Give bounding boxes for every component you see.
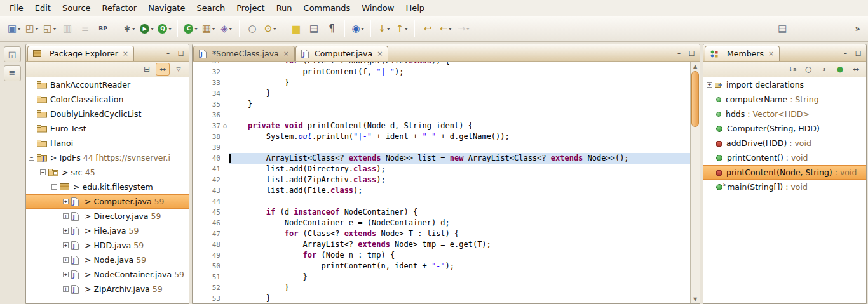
- tree-item-doublylinkedcycliclist[interactable]: DoublyLinkedCyclicList: [26, 107, 189, 121]
- tree-item-ipdfs[interactable]: −J> IpdFs 44 [https://svnserver.i: [26, 150, 189, 165]
- code-line-31[interactable]: 31 for (File f : hdd.get(File.class)) {: [193, 62, 690, 67]
- tree-item-computer-java[interactable]: +J> Computer.java 59: [26, 194, 189, 209]
- new-wizard-icon[interactable]: ▣▾: [6, 20, 22, 37]
- web-browser-icon[interactable]: ◉▾: [349, 20, 366, 37]
- expand-icon[interactable]: +: [63, 213, 69, 219]
- expand-icon[interactable]: +: [707, 82, 712, 88]
- tree-item-hdd-java[interactable]: +J> HDD.java 59: [26, 238, 189, 253]
- restore-fast-view-icon[interactable]: ◱: [4, 46, 21, 62]
- editor-tab--someclass-java[interactable]: J*SomeClass.java×: [193, 46, 295, 61]
- code-line-41[interactable]: 41 list.add(Directory.class);: [193, 164, 690, 175]
- code-line-45[interactable]: 45 if (d instanceof NodeContainer) {: [193, 207, 690, 218]
- code-line-43[interactable]: 43 list.add(File.class);: [193, 185, 690, 196]
- menu-source[interactable]: Source: [57, 1, 97, 15]
- sort-members-icon[interactable]: ↓a: [785, 63, 799, 76]
- build-icon[interactable]: BP: [95, 20, 111, 37]
- tree-item-euro-test[interactable]: Euro-Test: [26, 121, 189, 136]
- fold-collapse-icon[interactable]: ⊖: [220, 121, 229, 131]
- collapse-icon[interactable]: −: [29, 155, 34, 161]
- code-line-33[interactable]: 33 }: [193, 77, 690, 88]
- member-import-declarations[interactable]: +import declarations: [703, 77, 866, 92]
- show-whitespace-icon[interactable]: ¶: [323, 20, 340, 37]
- menu-edit[interactable]: Edit: [29, 1, 57, 15]
- view-menu-icon[interactable]: ▽: [172, 63, 186, 76]
- minimize-icon[interactable]: –: [840, 48, 851, 58]
- link-with-editor-icon[interactable]: ↔: [849, 63, 863, 76]
- code-line-36[interactable]: 36: [193, 110, 690, 121]
- tree-item-nodecontainer-java[interactable]: +J> NodeContainer.java 59: [26, 267, 189, 282]
- code-line-47[interactable]: 47 for (Class<? extends Node> T : list) …: [193, 228, 690, 239]
- back-icon[interactable]: ←▾: [437, 20, 454, 37]
- fast-view-editor-icon[interactable]: ≣: [4, 65, 21, 81]
- code-line-44[interactable]: 44: [193, 196, 690, 207]
- close-icon[interactable]: ×: [768, 50, 774, 58]
- new-package-icon[interactable]: ▦▾: [200, 20, 217, 37]
- code-line-53[interactable]: 53 }: [193, 293, 690, 303]
- code-line-51[interactable]: 51 }: [193, 272, 690, 282]
- collapse-icon[interactable]: −: [51, 184, 57, 190]
- menu-commands[interactable]: Commands: [298, 1, 356, 15]
- scrollbar-up-icon[interactable]: ▲: [691, 62, 700, 70]
- code-line-37[interactable]: 37⊖ private void printContent(Node d, St…: [193, 121, 690, 131]
- search-icon[interactable]: ⊙▾: [262, 20, 278, 37]
- tree-item-node-java[interactable]: +J> Node.java 59: [26, 253, 189, 267]
- scrollbar-down-icon[interactable]: ▼: [691, 294, 700, 303]
- maximize-icon[interactable]: □: [175, 48, 186, 58]
- code-line-40[interactable]: 40 ArrayList<Class<? extends Node>> list…: [193, 153, 690, 164]
- scrollbar-thumb[interactable]: [691, 71, 699, 127]
- menu-search[interactable]: Search: [191, 1, 231, 15]
- expand-icon[interactable]: +: [63, 272, 69, 277]
- code-line-46[interactable]: 46 NodeContainer e = (NodeContainer) d;: [193, 218, 690, 228]
- close-icon[interactable]: ×: [123, 50, 128, 58]
- mark-occurrences-icon[interactable]: ▆: [288, 20, 304, 37]
- code-line-48[interactable]: 48 ArrayList<? extends Node> tmp = e.get…: [193, 239, 690, 250]
- collapse-icon[interactable]: −: [40, 169, 46, 175]
- expand-icon[interactable]: +: [63, 286, 69, 292]
- menu-window[interactable]: Window: [356, 1, 400, 15]
- menu-run[interactable]: Run: [271, 1, 298, 15]
- code-line-38[interactable]: 38 System.out.println("|-" + ident + " "…: [193, 131, 690, 142]
- maximize-icon[interactable]: □: [686, 48, 697, 58]
- open-project-icon[interactable]: ◱▾: [41, 20, 58, 37]
- expand-icon[interactable]: +: [63, 257, 69, 263]
- member-printcontent-node-string[interactable]: printContent(Node, String) : void: [703, 165, 866, 180]
- hide-static-icon[interactable]: s: [817, 63, 831, 76]
- editor-tab-computer-java[interactable]: JComputer.java×: [295, 46, 388, 61]
- code-line-34[interactable]: 34 }: [193, 88, 690, 99]
- tab-package-explorer[interactable]: Package Explorer ×: [27, 46, 134, 61]
- tab-members[interactable]: Members ×: [705, 46, 780, 61]
- close-icon[interactable]: ×: [283, 50, 289, 58]
- tree-item-src[interactable]: −> src 45: [26, 165, 189, 180]
- run-icon[interactable]: Q▾: [156, 20, 173, 37]
- menu-help[interactable]: Help: [400, 1, 430, 15]
- minimize-icon[interactable]: –: [163, 48, 173, 58]
- menu-file[interactable]: File: [4, 1, 29, 15]
- member-computer-string-hdd[interactable]: Computer(String, HDD): [703, 121, 866, 136]
- menu-navigate[interactable]: Navigate: [142, 1, 191, 15]
- code-line-52[interactable]: 52 }: [193, 282, 690, 293]
- code-line-42[interactable]: 42 list.add(ZipArchiv.class);: [193, 175, 690, 185]
- tree-item-ziparchiv-java[interactable]: +J> ZipArchiv.java 59: [26, 282, 189, 296]
- editor-vertical-scrollbar[interactable]: ▲ ▼: [690, 62, 700, 303]
- show-selected-element-icon[interactable]: ▤: [306, 20, 322, 37]
- code-line-32[interactable]: 32 printContent(f, "|-");: [193, 67, 690, 77]
- expand-icon[interactable]: +: [63, 199, 69, 204]
- menu-project[interactable]: Project: [231, 1, 270, 15]
- tree-item-hanoi[interactable]: Hanoi: [26, 136, 189, 150]
- member-printcontent[interactable]: printContent() : void: [703, 150, 866, 165]
- minimize-icon[interactable]: –: [674, 48, 684, 58]
- new-class-icon[interactable]: C▾: [182, 20, 199, 37]
- member-computername[interactable]: computerName : String: [703, 92, 866, 107]
- toolbar-overflow-chevron[interactable]: »: [852, 22, 863, 35]
- member-main-string[interactable]: smain(String[]) : void: [703, 180, 866, 194]
- external-tools-icon[interactable]: ∗▾: [121, 20, 137, 37]
- collapse-all-icon[interactable]: ⊟: [140, 63, 154, 76]
- next-annotation-icon[interactable]: ↓▾: [376, 20, 392, 37]
- last-edit-location-icon[interactable]: ↩: [419, 20, 436, 37]
- code-line-50[interactable]: 50 printContent(n, ident + "-");: [193, 261, 690, 272]
- code-line-35[interactable]: 35 }: [193, 99, 690, 110]
- open-file-icon[interactable]: ◰▾: [24, 20, 40, 37]
- close-icon[interactable]: ×: [377, 50, 383, 58]
- editor-content[interactable]: 31 for (File f : hdd.get(File.class)) {3…: [193, 62, 690, 303]
- prev-annotation-icon[interactable]: ↑▾: [393, 20, 410, 37]
